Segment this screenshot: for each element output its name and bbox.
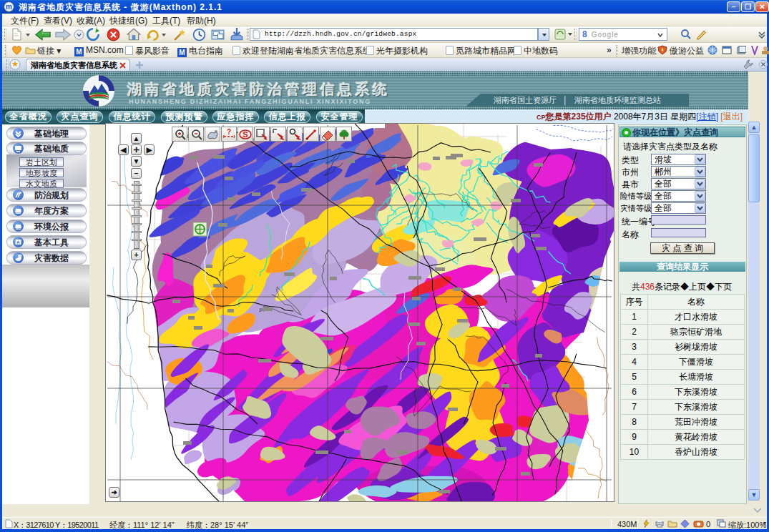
svg-text:A: A [16, 240, 20, 245]
svg-text:?: ? [227, 128, 231, 136]
svg-text:S: S [243, 130, 248, 139]
svg-text:m: m [6, 3, 12, 11]
